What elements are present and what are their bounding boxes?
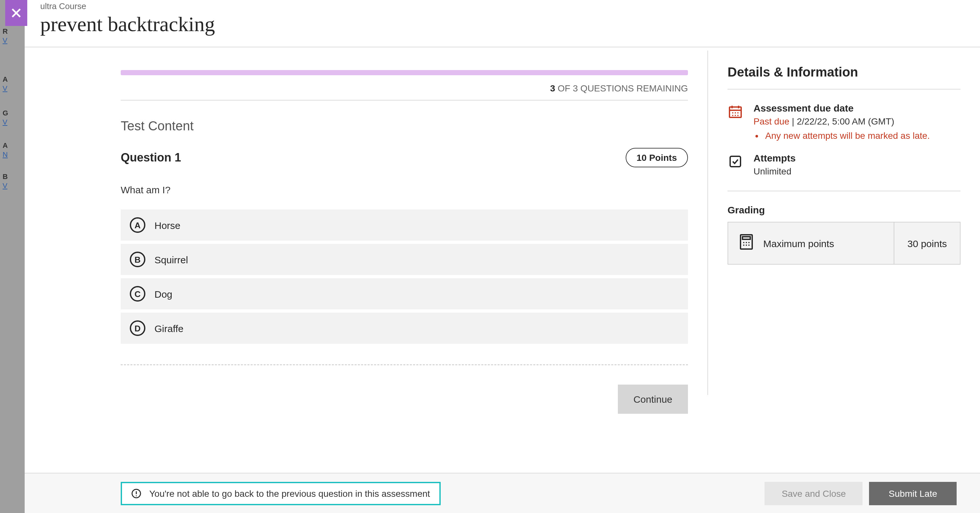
checklist-icon — [727, 152, 745, 176]
grading-label: Grading — [727, 204, 961, 215]
page-title: prevent backtracking — [40, 12, 980, 37]
progress-text: 3 OF 3 QUESTIONS REMAINING — [121, 83, 688, 100]
option-letter: C — [130, 286, 145, 302]
divider — [727, 89, 961, 89]
section-title: Test Content — [121, 119, 688, 133]
due-sep: | — [789, 116, 797, 127]
submit-late-button[interactable]: Submit Late — [869, 481, 957, 505]
attempts-block: Attempts Unlimited — [727, 152, 961, 176]
svg-point-19 — [746, 245, 747, 246]
bg-nav-label: B — [3, 173, 25, 180]
bg-nav-link: N — [3, 151, 25, 158]
sidebar-title: Details & Information — [727, 65, 961, 80]
svg-rect-12 — [730, 156, 741, 167]
svg-point-11 — [737, 115, 738, 116]
option-letter: A — [130, 217, 145, 233]
bg-nav-label: G — [3, 109, 25, 117]
svg-point-18 — [743, 245, 745, 246]
background-nav-strip: R V A V G V A N B V — [0, 0, 25, 513]
answer-option[interactable]: DGiraffe — [121, 313, 688, 344]
calendar-icon — [727, 102, 745, 141]
past-due-label: Past due — [754, 116, 789, 127]
question-label: Question 1 — [121, 151, 181, 164]
sidebar: Details & Information Assessment due dat… — [707, 51, 980, 395]
continue-button[interactable]: Continue — [618, 384, 688, 414]
bg-nav-link: V — [3, 84, 25, 92]
bg-nav-link: V — [3, 182, 25, 189]
maxpoints-value: 30 points — [894, 222, 960, 264]
info-icon — [131, 488, 142, 499]
no-backtrack-notice: You're not able to go back to the previo… — [121, 481, 440, 505]
close-button[interactable] — [5, 0, 27, 26]
bg-nav-label: A — [3, 75, 25, 83]
question-prompt: What am I? — [121, 184, 688, 195]
svg-point-8 — [737, 112, 738, 113]
option-text: Dog — [154, 288, 172, 299]
bg-nav-link: V — [3, 37, 25, 44]
due-date: 2/22/22, 5:00 AM (GMT) — [797, 116, 894, 127]
svg-rect-14 — [743, 237, 750, 239]
svg-point-17 — [748, 242, 749, 243]
divider — [727, 191, 961, 191]
option-text: Horse — [154, 219, 180, 230]
answer-option[interactable]: AHorse — [121, 210, 688, 241]
option-letter: B — [130, 252, 145, 267]
divider — [121, 364, 688, 365]
option-text: Giraffe — [154, 322, 184, 334]
svg-point-16 — [746, 242, 747, 243]
progress-bar — [121, 70, 688, 75]
progress-current: 3 — [550, 83, 555, 94]
late-warning: Any new attempts will be marked as late. — [765, 130, 961, 141]
bg-nav-item: A V — [3, 75, 25, 92]
due-date-block: Assessment due date Past due | 2/22/22, … — [727, 102, 961, 141]
header: ultra Course prevent backtracking — [25, 0, 980, 47]
option-text: Squirrel — [154, 254, 188, 265]
progress-suffix: OF 3 QUESTIONS REMAINING — [555, 83, 688, 94]
svg-point-15 — [743, 242, 745, 243]
bg-nav-label: A — [3, 141, 25, 149]
save-close-button[interactable]: Save and Close — [765, 481, 863, 505]
svg-point-20 — [748, 245, 749, 246]
grading-box: Maximum points 30 points — [727, 222, 961, 265]
footer: You're not able to go back to the previo… — [25, 473, 980, 513]
due-head: Assessment due date — [754, 102, 961, 113]
svg-point-23 — [136, 495, 137, 496]
svg-point-7 — [735, 112, 736, 113]
due-sub: Past due | 2/22/22, 5:00 AM (GMT) — [754, 116, 961, 127]
answer-option[interactable]: CDog — [121, 278, 688, 309]
late-warning-list: Any new attempts will be marked as late. — [765, 130, 961, 141]
notice-text: You're not able to go back to the previo… — [149, 488, 430, 499]
breadcrumb: ultra Course — [40, 1, 980, 11]
bg-nav-item: B V — [3, 173, 25, 189]
answer-option[interactable]: BSquirrel — [121, 244, 688, 275]
bg-nav-item: A N — [3, 141, 25, 158]
svg-point-6 — [732, 112, 733, 113]
bg-nav-label: R — [3, 27, 25, 35]
option-letter: D — [130, 320, 145, 336]
bg-nav-link: V — [3, 118, 25, 126]
points-pill: 10 Points — [626, 148, 688, 167]
grading-icon — [737, 233, 756, 254]
svg-point-10 — [735, 115, 736, 116]
attempts-head: Attempts — [754, 152, 961, 164]
main-column: 3 OF 3 QUESTIONS REMAINING Test Content … — [25, 51, 707, 473]
bg-nav-item: R V — [3, 27, 25, 44]
svg-point-9 — [732, 115, 733, 116]
close-icon — [10, 7, 22, 19]
bg-nav-item: G V — [3, 109, 25, 126]
maxpoints-label: Maximum points — [763, 238, 834, 249]
attempts-value: Unlimited — [754, 166, 961, 176]
